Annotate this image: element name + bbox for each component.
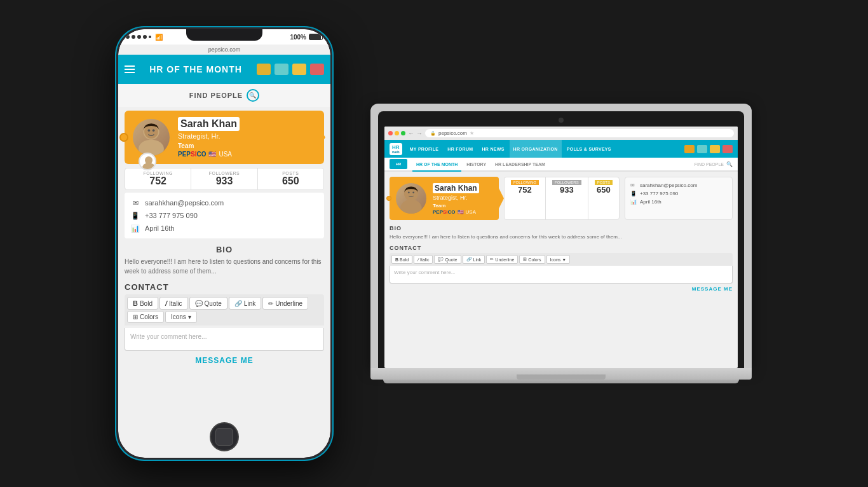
- minimize-window-button[interactable]: [395, 131, 399, 135]
- svg-point-10: [412, 191, 414, 193]
- desktop-phone-icon: 📱: [630, 191, 637, 196]
- signal-indicators: 📶: [126, 34, 163, 41]
- nav-item-hr-forum[interactable]: HR FORUM: [444, 140, 477, 158]
- desktop-underline-button[interactable]: ✏ Underline: [486, 255, 518, 264]
- desktop-tag-hole: [386, 196, 391, 201]
- laptop-camera: [559, 118, 564, 123]
- app-logo: HR web: [390, 143, 402, 155]
- colors-button[interactable]: ⊞ Colors: [127, 311, 164, 323]
- search-icon[interactable]: 🔍: [247, 89, 259, 102]
- followers-stat: FOLLOWERS 933: [191, 168, 257, 189]
- desktop-bold-icon: B: [395, 257, 398, 262]
- date-value: April 16th: [145, 224, 174, 232]
- desktop-posts-value: 650: [597, 185, 611, 195]
- contact-section: CONTACT: [125, 282, 324, 292]
- comment-textarea[interactable]: Write your comment here...: [125, 328, 324, 351]
- chat-icon[interactable]: [275, 64, 288, 75]
- following-label: FOLLOWING: [125, 171, 191, 175]
- bookmark-icon: ★: [470, 130, 474, 136]
- card-notch: [316, 123, 325, 151]
- contact-info: ✉ sarahkhan@pepsico.com 📱 +33 777 975 09…: [125, 193, 324, 238]
- signal-dot-2: [132, 35, 135, 39]
- desktop-chat-icon[interactable]: [697, 145, 707, 153]
- hamburger-menu[interactable]: [125, 65, 135, 73]
- chart-icon[interactable]: [257, 64, 271, 75]
- laptop-foot: [383, 380, 739, 383]
- menu-icon[interactable]: [310, 64, 324, 75]
- italic-button[interactable]: / Italic: [159, 297, 188, 310]
- icons-button[interactable]: Icons ▾: [165, 311, 197, 323]
- desktop-icons-button[interactable]: Icons ▼: [546, 255, 571, 264]
- desktop-followers-label: FOLLOWERS: [552, 180, 581, 185]
- link-button[interactable]: 🔗 Link: [229, 297, 261, 310]
- profile-info: Sarah Khan Strategist, Hr. Team PEPSICO …: [178, 117, 318, 158]
- desktop-following-stat: FOLLOWING 752: [505, 177, 546, 219]
- desktop-quote-button[interactable]: 💬 Quote: [434, 255, 461, 264]
- laptop-base: [370, 368, 752, 380]
- find-people-label: FIND PEOPLE: [189, 92, 243, 99]
- logo-subtext: web: [392, 150, 400, 154]
- desktop-bell-icon[interactable]: [710, 145, 720, 153]
- desktop-italic-button[interactable]: / Italic: [414, 255, 433, 264]
- date-row: 📊 April 16th: [131, 222, 318, 235]
- pepsico-logo: PEPSICO: [178, 151, 206, 158]
- desktop-profile-section: Sarah Khan Strategist, Hr. Team PEPSICO …: [384, 172, 738, 225]
- signal-dot-3: [137, 35, 141, 39]
- desktop-link-button[interactable]: 🔗 Link: [463, 255, 485, 264]
- quote-button[interactable]: 💬 Quote: [189, 297, 227, 310]
- phone-url-bar: pepsico.com: [118, 45, 330, 55]
- stats-row: FOLLOWING 752 FOLLOWERS 933 POSTS 650: [125, 168, 324, 190]
- desktop-colors-icon: ⊞: [523, 257, 527, 262]
- signal-dot-4: [143, 35, 147, 39]
- browser-url-text: pepsico.com: [438, 130, 467, 136]
- desktop-message-me-button[interactable]: MESSAGE ME: [390, 284, 733, 294]
- signal-dot-1: [126, 35, 130, 39]
- following-stat: FOLLOWING 752: [125, 168, 191, 189]
- browser-back-button[interactable]: ←: [408, 130, 414, 137]
- nav-item-my-profile[interactable]: MY PROFILE: [406, 140, 443, 158]
- nav-item-polls-surveys[interactable]: POLLS & SURVEYS: [563, 140, 615, 158]
- maximize-window-button[interactable]: [401, 131, 405, 135]
- following-value: 752: [125, 175, 191, 187]
- desktop-menu-icon[interactable]: [722, 145, 733, 153]
- sub-nav-history[interactable]: HISTORY: [463, 158, 490, 172]
- find-people-bar: FIND PEOPLE 🔍: [118, 84, 330, 107]
- desktop-content: BIO Hello everyone!!! I am here to liste…: [384, 225, 738, 299]
- phone-screen: 📶 8:08 AM 100% pepsico.com HR OF: [118, 29, 330, 458]
- desktop-bold-button[interactable]: B Bold: [391, 255, 412, 264]
- desktop-email-row: ✉ sarahkhan@pepsico.com: [630, 181, 727, 189]
- browser-url-bar[interactable]: 🔒 pepsico.com ★: [425, 129, 734, 137]
- logo-text: HR: [392, 144, 400, 150]
- home-button[interactable]: [210, 422, 239, 451]
- desktop-comment-textarea[interactable]: Write your comment here...: [390, 266, 733, 284]
- nav-item-hr-organization[interactable]: HR ORGANIZATION: [510, 140, 562, 158]
- desktop-comment-toolbar: B Bold / Italic 💬 Quote 🔗: [390, 253, 733, 266]
- chart-bar-icon: 📊: [131, 224, 140, 233]
- desktop-colors-button[interactable]: ⊞ Colors: [519, 255, 545, 264]
- underline-button[interactable]: ✏ Underline: [262, 297, 308, 310]
- email-row: ✉ sarahkhan@pepsico.com: [131, 196, 318, 209]
- phone-icon: 📱: [131, 211, 140, 220]
- team-label: Team: [178, 142, 194, 149]
- sub-nav-hr-of-month[interactable]: HR OF THE MONTH: [412, 158, 461, 172]
- message-me-button[interactable]: MESSAGE ME: [118, 351, 330, 370]
- phone-status-bar: 📶 8:08 AM 100%: [118, 29, 330, 45]
- desktop-search-icon[interactable]: 🔍: [726, 161, 733, 167]
- posts-stat: POSTS 650: [258, 168, 323, 189]
- bold-button[interactable]: B Bold: [127, 297, 158, 310]
- sub-nav-leadership-team[interactable]: HR LEADERSHIP TEAM: [491, 158, 549, 172]
- nav-item-hr-news[interactable]: HR NEWS: [478, 140, 508, 158]
- desktop-email-icon: ✉: [630, 182, 637, 188]
- svg-point-3: [148, 129, 151, 132]
- desktop-following-label: FOLLOWING: [511, 180, 539, 185]
- header-icons: [257, 64, 324, 75]
- bio-text: Hello everyone!!! I am here to listen to…: [125, 257, 324, 276]
- bell-icon[interactable]: [292, 64, 306, 75]
- desktop-underline-icon: ✏: [490, 257, 494, 262]
- phone-value: +33 777 975 090: [145, 212, 198, 219]
- browser-forward-button[interactable]: →: [416, 130, 423, 137]
- desktop-chart-icon[interactable]: [684, 145, 695, 153]
- browser-chrome: ← → 🔒 pepsico.com ★: [384, 127, 738, 140]
- badge-avatar: [139, 153, 156, 170]
- close-window-button[interactable]: [388, 131, 393, 135]
